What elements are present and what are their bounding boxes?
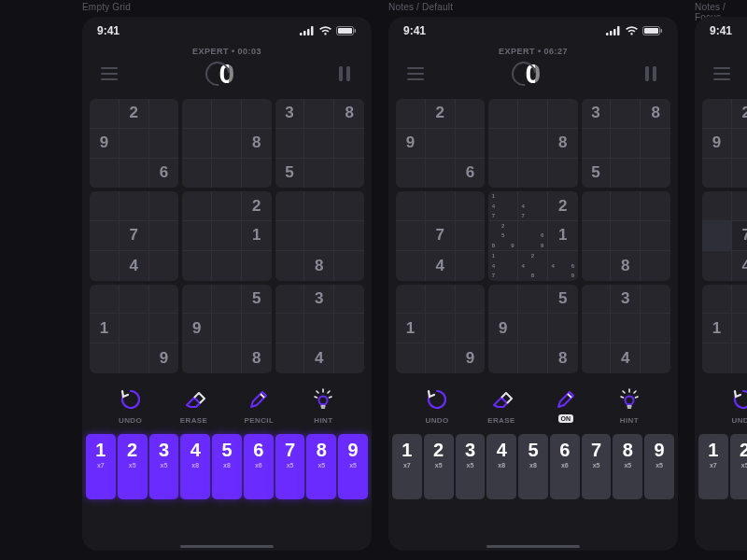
grid-cell[interactable]: 9 <box>488 314 518 343</box>
grid-cell[interactable] <box>488 129 518 159</box>
grid-cell[interactable] <box>334 285 364 315</box>
sudoku-grid[interactable]: 296838574147472258969114724846981959834 <box>396 99 670 373</box>
grid-cell[interactable] <box>149 251 179 281</box>
grid-cell[interactable] <box>426 159 456 189</box>
grid-cell[interactable] <box>732 285 747 315</box>
grid-cell[interactable] <box>275 314 305 343</box>
grid-cell-notes[interactable]: 47 <box>518 191 548 221</box>
grid-cell[interactable] <box>396 343 426 373</box>
grid-cell[interactable] <box>641 251 670 281</box>
grid-cell[interactable] <box>334 159 364 189</box>
grid-cell[interactable] <box>641 314 670 343</box>
grid-cell[interactable] <box>304 314 334 343</box>
grid-cell[interactable] <box>212 314 242 343</box>
grid-cell[interactable] <box>396 285 426 315</box>
num-button-6[interactable]: 6x6 <box>244 434 274 499</box>
grid-cell[interactable] <box>611 191 641 221</box>
grid-cell[interactable]: 9 <box>396 129 426 159</box>
grid-cell[interactable] <box>120 191 149 221</box>
grid-cell[interactable]: 4 <box>426 251 456 281</box>
grid-cell[interactable] <box>334 129 364 159</box>
grid-cell[interactable] <box>90 285 120 315</box>
grid-cell[interactable] <box>396 159 426 189</box>
grid-cell[interactable] <box>488 99 518 129</box>
grid-cell[interactable] <box>641 129 670 159</box>
menu-icon[interactable] <box>712 63 732 84</box>
grid-cell[interactable] <box>90 159 120 189</box>
grid-cell[interactable]: 2 <box>732 99 747 129</box>
grid-cell[interactable] <box>182 129 212 159</box>
grid-cell[interactable] <box>456 99 486 129</box>
grid-cell[interactable] <box>702 251 732 281</box>
grid-cell[interactable] <box>275 251 305 281</box>
grid-cell[interactable] <box>120 129 149 159</box>
grid-cell[interactable] <box>426 129 456 159</box>
pause-icon[interactable] <box>334 63 355 84</box>
grid-cell[interactable]: 9 <box>456 343 486 373</box>
grid-cell[interactable]: 8 <box>611 251 641 281</box>
grid-cell[interactable] <box>212 285 242 315</box>
grid-cell[interactable]: 9 <box>90 129 120 159</box>
grid-cell[interactable] <box>334 251 364 281</box>
grid-cell[interactable] <box>426 343 456 373</box>
grid-cell[interactable] <box>149 99 179 129</box>
grid-cell[interactable] <box>548 159 578 189</box>
grid-cell[interactable]: 7 <box>426 221 456 251</box>
grid-cell[interactable] <box>732 314 747 343</box>
grid-cell[interactable] <box>641 191 670 221</box>
grid-cell[interactable] <box>304 191 334 221</box>
grid-cell[interactable] <box>548 314 578 343</box>
grid-cell[interactable] <box>275 343 305 373</box>
grid-cell[interactable] <box>242 159 272 189</box>
num-button-5[interactable]: 5x8 <box>212 434 242 499</box>
grid-cell[interactable] <box>275 129 305 159</box>
num-button-3[interactable]: 3x5 <box>456 434 486 499</box>
grid-cell[interactable] <box>548 99 578 129</box>
grid-cell[interactable] <box>120 159 149 189</box>
hint-button[interactable]: HINT <box>616 386 642 425</box>
grid-cell[interactable] <box>242 314 272 343</box>
grid-cell[interactable]: 3 <box>275 99 305 129</box>
grid-cell[interactable]: 2 <box>426 99 456 129</box>
grid-cell[interactable] <box>641 343 670 373</box>
grid-cell[interactable] <box>611 99 641 129</box>
grid-cell[interactable] <box>456 251 486 281</box>
num-button-9[interactable]: 9x5 <box>338 434 368 499</box>
grid-cell[interactable] <box>182 221 212 251</box>
grid-cell[interactable] <box>732 129 747 159</box>
grid-cell[interactable] <box>641 159 670 189</box>
home-indicator[interactable] <box>486 545 580 548</box>
erase-button[interactable]: ERASE <box>487 386 515 425</box>
grid-cell[interactable] <box>702 99 732 129</box>
grid-cell[interactable] <box>242 99 272 129</box>
grid-cell[interactable] <box>456 191 486 221</box>
grid-cell[interactable] <box>582 191 612 221</box>
grid-cell[interactable] <box>456 221 486 251</box>
grid-cell[interactable]: 3 <box>582 99 612 129</box>
num-button-4[interactable]: 4x8 <box>486 434 516 499</box>
grid-cell[interactable] <box>611 159 641 189</box>
grid-cell[interactable] <box>212 191 242 221</box>
grid-cell[interactable] <box>334 221 364 251</box>
grid-cell[interactable]: 7 <box>120 221 149 251</box>
num-button-4[interactable]: 4x8 <box>180 434 210 499</box>
grid-cell[interactable] <box>702 285 732 315</box>
grid-cell[interactable]: 1 <box>90 314 120 343</box>
grid-cell[interactable]: 3 <box>611 285 641 315</box>
grid-cell[interactable] <box>212 251 242 281</box>
grid-cell[interactable]: 2 <box>548 191 578 221</box>
pencil-button[interactable]: PENCIL <box>244 386 274 425</box>
grid-cell[interactable] <box>212 343 242 373</box>
grid-cell[interactable]: 8 <box>548 343 578 373</box>
home-indicator[interactable] <box>180 545 274 548</box>
grid-cell[interactable] <box>304 129 334 159</box>
grid-cell[interactable] <box>488 159 518 189</box>
grid-cell[interactable]: 1 <box>396 314 426 343</box>
grid-cell[interactable] <box>732 159 747 189</box>
grid-cell-notes[interactable]: 2589 <box>488 221 518 251</box>
grid-cell[interactable] <box>212 221 242 251</box>
grid-cell[interactable]: 8 <box>641 99 670 129</box>
grid-cell[interactable] <box>149 285 179 315</box>
grid-cell[interactable] <box>304 221 334 251</box>
grid-cell[interactable] <box>456 314 486 343</box>
